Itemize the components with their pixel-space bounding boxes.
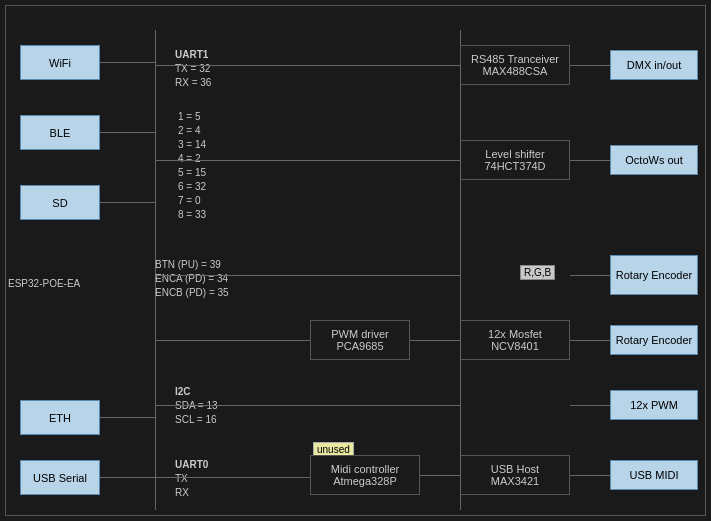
pwm-out-box: Rotary Encoder [610, 325, 698, 355]
level-left-line [155, 160, 460, 161]
oled-box: 12x PWM [610, 390, 698, 420]
octo-box: OctoWs out [610, 145, 698, 175]
rotary-encoder-box: Rotary Encoder [610, 255, 698, 295]
eth-line [100, 417, 155, 418]
usb-host-box: USB HostMAX3421 [460, 455, 570, 495]
eth-box: ETH [20, 400, 100, 435]
usb-serial-line [100, 477, 155, 478]
gpio-label: 1 = 52 = 43 = 144 = 25 = 156 = 327 = 08 … [178, 110, 206, 222]
right-bus-lower [460, 320, 461, 495]
pwm-mid-line [410, 340, 460, 341]
i2c-label: I2CSDA = 13SCL = 16 [175, 385, 218, 427]
usb-midi-box: USB MIDI [610, 460, 698, 490]
rgb-right-line [570, 275, 610, 276]
dmx-box: DMX in/out [610, 50, 698, 80]
sd-box: SD [20, 185, 100, 220]
wifi-box: WiFi [20, 45, 100, 80]
level-right-line [570, 160, 610, 161]
encoder-line [155, 275, 460, 276]
sd-line [100, 202, 155, 203]
uart0-label: UART0TXRX [175, 458, 208, 500]
rs485-left-line [155, 65, 460, 66]
ble-box: BLE [20, 115, 100, 150]
main-chip-label: ESP32-POE-EA [8, 278, 148, 289]
diagram: WiFi BLE SD ETH USB Serial ESP32-POE-EA … [0, 0, 711, 521]
pwm-driver-box: PWM driverPCA9685 [310, 320, 410, 360]
mosfet-box: 12x MosfetNCV8401 [460, 320, 570, 360]
pwm-right-line [570, 340, 610, 341]
usb-serial-box: USB Serial [20, 460, 100, 495]
encoder-v-line [460, 65, 461, 275]
uart1-label: UART1TX = 32RX = 36 [175, 48, 211, 90]
i2c-line [155, 405, 460, 406]
rgb-label: R,G,B [520, 265, 555, 280]
usb-host-right-line [570, 475, 610, 476]
midi-ctrl-box: Midi controllerAtmega328P [310, 455, 420, 495]
encoder-pins-label: BTN (PU) = 39ENCA (PD) = 34ENCB (PD) = 3… [155, 258, 229, 300]
midi-right-line [420, 475, 460, 476]
uart0-line [155, 477, 310, 478]
rs485-box: RS485 TranceiverMAX488CSA [460, 45, 570, 85]
level-shifter-box: Level shifter74HCT374D [460, 140, 570, 180]
rs485-right-line [570, 65, 610, 66]
ble-line [100, 132, 155, 133]
wifi-line [100, 62, 155, 63]
pwm-left-line [155, 340, 310, 341]
i2c-right-line [570, 405, 610, 406]
